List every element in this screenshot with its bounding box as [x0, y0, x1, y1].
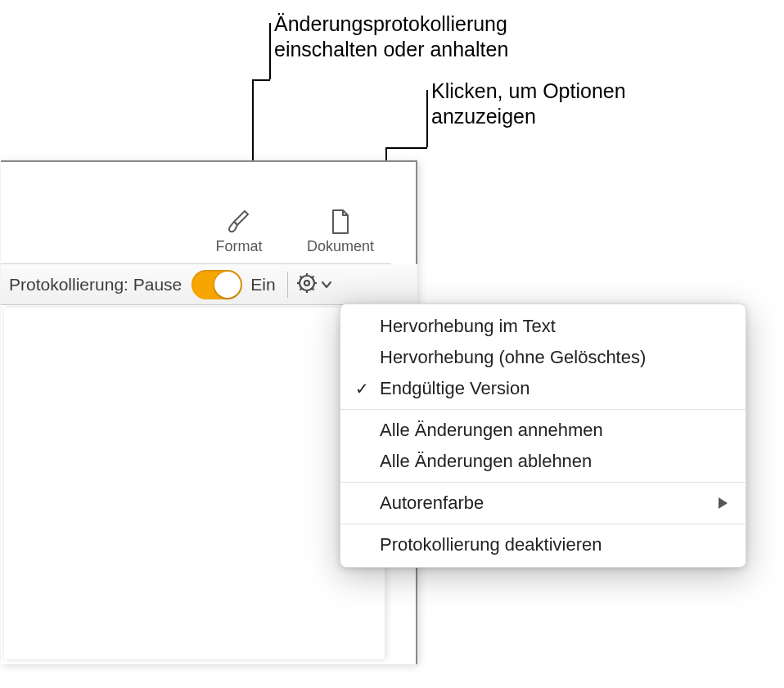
menu-item-disable-tracking[interactable]: Protokollierung deaktivieren: [340, 529, 746, 560]
leader-line: [426, 90, 428, 147]
inspector-toolbar: Format Dokument: [188, 187, 391, 263]
menu-item-author-color[interactable]: Autorenfarbe: [340, 488, 746, 519]
menu-label: Alle Änderungen ablehnen: [380, 451, 592, 472]
menu-label: Autorenfarbe: [380, 492, 484, 514]
menu-label: Endgültige Version: [380, 378, 529, 399]
menu-item-accept-all[interactable]: Alle Änderungen annehmen: [340, 415, 746, 446]
gear-icon: [296, 272, 318, 297]
svg-line-8: [300, 287, 302, 290]
leader-line: [269, 23, 271, 79]
callout-text: Änderungsprotokollierungeinschalten oder…: [274, 12, 508, 61]
tracking-status-label: Protokollierung: Pause: [9, 275, 182, 295]
tracking-bar: Protokollierung: Pause Ein: [1, 264, 417, 305]
menu-item-reject-all[interactable]: Alle Änderungen ablehnen: [340, 446, 746, 477]
tracking-toggle[interactable]: [191, 270, 242, 299]
menu-item-markup-in-text[interactable]: Hervorhebung im Text: [340, 311, 746, 342]
format-button[interactable]: Format: [188, 207, 290, 263]
menu-item-final-version[interactable]: Endgültige Version: [340, 373, 746, 404]
menu-separator: [340, 409, 746, 410]
chevron-down-icon: [321, 277, 332, 292]
leader-line: [253, 79, 270, 81]
menu-separator: [340, 524, 746, 524]
menu-label: Hervorhebung (ohne Gelöschtes): [380, 347, 646, 368]
callout-text: Klicken, um Optionenanzuzeigen: [431, 79, 626, 128]
separator: [287, 272, 288, 298]
document-label: Dokument: [307, 238, 374, 255]
toggle-knob: [214, 272, 241, 298]
document-icon: [330, 207, 351, 236]
menu-separator: [340, 482, 746, 483]
document-page: [4, 308, 385, 659]
menu-label: Alle Änderungen annehmen: [380, 420, 603, 441]
callout-toggle-tracking: Änderungsprotokollierungeinschalten oder…: [274, 11, 508, 63]
svg-line-7: [311, 287, 313, 290]
paintbrush-icon: [227, 207, 251, 236]
document-button[interactable]: Dokument: [290, 207, 391, 263]
menu-item-markup-without-deleted[interactable]: Hervorhebung (ohne Gelöschtes): [340, 342, 746, 373]
tracking-options-menu: Hervorhebung im Text Hervorhebung (ohne …: [340, 304, 746, 568]
format-label: Format: [215, 238, 262, 255]
leader-line: [386, 147, 427, 149]
svg-line-9: [311, 276, 313, 278]
callout-gear-options: Klicken, um Optionenanzuzeigen: [431, 79, 626, 130]
menu-label: Hervorhebung im Text: [380, 316, 556, 337]
options-gear-button[interactable]: [293, 271, 336, 299]
menu-label: Protokollierung deaktivieren: [380, 534, 602, 555]
tracking-on-label: Ein: [250, 275, 275, 295]
svg-line-6: [300, 276, 302, 278]
svg-point-1: [304, 281, 309, 286]
